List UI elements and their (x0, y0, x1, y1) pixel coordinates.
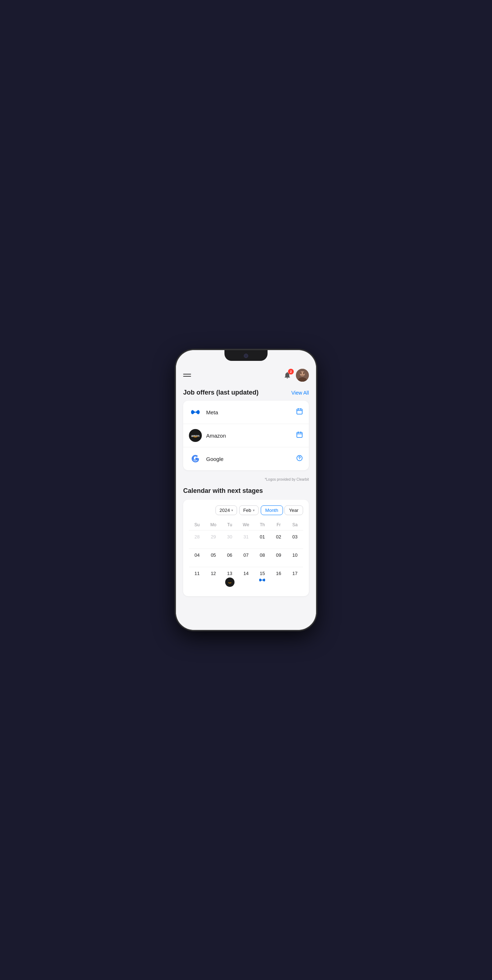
google-company-name: Google (206, 456, 224, 462)
job-item-amazon[interactable]: amzn Amazon (183, 424, 309, 447)
amazon-calendar-icon (296, 431, 303, 440)
calendar-day[interactable]: 03 (287, 531, 303, 549)
calendar-day[interactable]: 29 (205, 531, 221, 549)
hamburger-menu-button[interactable] (183, 374, 191, 377)
job-offers-section: Job offers (last updated) View All (176, 386, 316, 476)
calendar-week-3: 11 12 13 (189, 567, 303, 590)
month-view-button[interactable]: Month (261, 506, 283, 515)
calendar-week-1: 28 29 30 31 01 02 03 (189, 530, 303, 549)
calendar-day[interactable]: 01 (254, 531, 270, 549)
calendar-day[interactable]: 02 (270, 531, 287, 549)
weekday-th: Th (254, 521, 270, 529)
phone-frame: 2 (176, 350, 316, 630)
calendar-day[interactable]: 16 (270, 567, 287, 590)
year-view-button[interactable]: Year (284, 506, 303, 515)
job-offers-header: Job offers (last updated) View All (183, 389, 309, 396)
calendar-day[interactable]: 12 (205, 567, 221, 590)
calendar-day[interactable]: 30 (222, 531, 238, 549)
amazon-company-name: Amazon (206, 433, 226, 439)
calendar-day[interactable]: 14 (238, 567, 254, 590)
logos-credit: *Logos provided by Clearbit (176, 476, 316, 484)
view-toggle: Month Year (261, 506, 303, 515)
job-left-google: G Google (189, 452, 224, 465)
month-value: Feb (243, 508, 251, 513)
year-chevron-icon: ▾ (231, 508, 233, 512)
meta-calendar-icon (296, 408, 303, 417)
calendar-day[interactable]: 10 (287, 549, 303, 567)
svg-point-4 (303, 372, 305, 374)
year-select[interactable]: 2024 ▾ (216, 506, 237, 515)
calendar-day[interactable]: 04 (189, 549, 205, 567)
calendar-section-title: Calendar with next stages (183, 487, 309, 495)
weekday-fr: Fr (270, 521, 287, 529)
weekday-mo: Mo (205, 521, 221, 529)
weekday-sa: Sa (287, 521, 303, 529)
calendar-day[interactable]: 07 (238, 549, 254, 567)
calendar-week-2: 04 05 06 07 08 09 10 (189, 549, 303, 567)
meta-company-name: Meta (206, 409, 218, 415)
weekday-su: Su (189, 521, 205, 529)
month-chevron-icon: ▾ (253, 508, 255, 512)
calendar-day-15-meta[interactable]: 15 (254, 567, 270, 590)
calendar-card: 2024 ▾ Feb ▾ Month Year (183, 500, 309, 596)
job-item-meta[interactable]: Meta (183, 401, 309, 424)
notification-badge: 2 (288, 369, 294, 374)
calendar-day[interactable]: 09 (270, 549, 287, 567)
amazon-logo: amzn (189, 429, 202, 442)
calendar-day[interactable]: 28 (189, 531, 205, 549)
google-question-icon (296, 455, 303, 463)
svg-rect-5 (297, 409, 302, 414)
view-all-link[interactable]: View All (291, 390, 309, 396)
phone-screen: 2 (176, 350, 316, 630)
jobs-card: Meta (183, 401, 309, 470)
svg-rect-11 (297, 432, 302, 437)
job-left-meta: Meta (189, 406, 218, 418)
year-value: 2024 (219, 508, 230, 513)
calendar-day[interactable]: 17 (287, 567, 303, 590)
calendar-day[interactable]: 31 (238, 531, 254, 549)
header: 2 (176, 364, 316, 386)
screen-content: 2 (176, 350, 316, 630)
calendar-weeks: 28 29 30 31 01 02 03 04 05 (189, 530, 303, 590)
svg-text:G: G (192, 454, 198, 462)
job-left-amazon: amzn Amazon (189, 429, 226, 442)
amazon-event-dot (225, 578, 235, 587)
calendar-section: Calendar with next stages 2024 ▾ Feb ▾ (176, 484, 316, 603)
calendar-day-13-amazon[interactable]: 13 (222, 567, 238, 590)
header-right: 2 (282, 369, 309, 382)
meta-event-dot (258, 578, 267, 584)
weekday-we: We (238, 521, 254, 529)
svg-point-3 (300, 372, 302, 374)
svg-point-19 (227, 580, 232, 585)
calendar-weekdays: Su Mo Tu We Th Fr Sa (189, 521, 303, 529)
job-item-google[interactable]: G Google (183, 447, 309, 470)
calendar-grid: Su Mo Tu We Th Fr Sa 28 29 (189, 521, 303, 590)
calendar-day[interactable]: 06 (222, 549, 238, 567)
phone-camera (244, 354, 248, 358)
job-offers-title: Job offers (last updated) (183, 389, 259, 396)
svg-point-18 (299, 459, 300, 459)
calendar-controls: 2024 ▾ Feb ▾ Month Year (189, 506, 303, 515)
avatar[interactable] (296, 369, 309, 382)
weekday-tu: Tu (222, 521, 238, 529)
bottom-safe-area (176, 603, 316, 614)
calendar-day[interactable]: 11 (189, 567, 205, 590)
notification-wrapper: 2 (282, 370, 292, 380)
meta-logo (189, 406, 202, 418)
calendar-day[interactable]: 08 (254, 549, 270, 567)
google-logo: G (189, 452, 202, 465)
month-select[interactable]: Feb ▾ (239, 506, 258, 515)
calendar-day[interactable]: 05 (205, 549, 221, 567)
